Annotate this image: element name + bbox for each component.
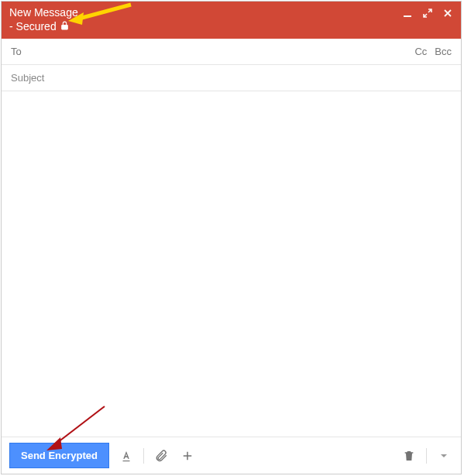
header-controls bbox=[402, 6, 453, 19]
header-title-group: New Message - Secured bbox=[9, 6, 78, 34]
to-label: To bbox=[11, 46, 22, 57]
message-body[interactable] bbox=[2, 91, 461, 437]
expand-icon[interactable] bbox=[422, 8, 433, 19]
toolbar-divider bbox=[143, 448, 144, 464]
formatting-icon[interactable] bbox=[117, 447, 136, 465]
svg-rect-0 bbox=[404, 15, 411, 17]
secured-label: - Secured bbox=[9, 20, 57, 34]
minimize-icon[interactable] bbox=[402, 8, 413, 19]
compose-window: New Message - Secured To Cc Bcc bbox=[1, 1, 462, 474]
to-row[interactable]: To Cc Bcc bbox=[2, 39, 461, 65]
compose-title: New Message bbox=[9, 6, 78, 20]
toolbar-divider-2 bbox=[426, 448, 427, 464]
subject-input[interactable] bbox=[11, 72, 452, 84]
trash-icon[interactable] bbox=[400, 447, 418, 465]
send-encrypted-button[interactable]: Send Encrypted bbox=[9, 443, 109, 468]
compose-header: New Message - Secured bbox=[2, 2, 461, 39]
to-input[interactable] bbox=[28, 46, 415, 57]
lock-icon bbox=[60, 20, 70, 35]
close-icon[interactable] bbox=[442, 8, 453, 19]
more-options-icon[interactable] bbox=[435, 447, 453, 465]
attachment-icon[interactable] bbox=[152, 447, 170, 465]
bcc-link[interactable]: Bcc bbox=[435, 46, 452, 57]
subject-row[interactable] bbox=[2, 65, 461, 91]
insert-icon[interactable] bbox=[178, 447, 197, 465]
compose-toolbar: Send Encrypted bbox=[2, 437, 461, 474]
cc-link[interactable]: Cc bbox=[414, 46, 427, 57]
